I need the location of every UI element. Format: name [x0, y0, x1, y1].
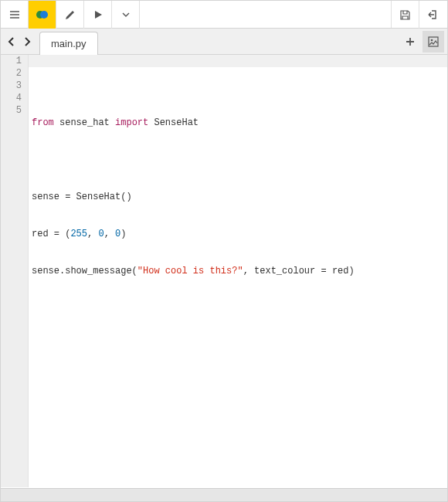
menu-button[interactable]	[1, 1, 29, 29]
status-bar	[1, 488, 447, 501]
save-icon	[399, 9, 411, 21]
file-tab-label: main.py	[51, 38, 87, 49]
code-token: ,	[104, 229, 115, 239]
code-line	[32, 154, 447, 166]
chevron-down-icon	[122, 11, 130, 19]
chevron-right-icon	[22, 36, 32, 47]
code-line: sense.show_message("How cool is this?", …	[32, 265, 447, 277]
code-token: sense.show_message(	[32, 266, 137, 276]
code-token: "How cool is this?"	[137, 266, 243, 276]
project-button[interactable]	[29, 1, 56, 29]
save-button[interactable]	[392, 1, 419, 29]
code-token: ,	[87, 229, 98, 239]
new-tab-button[interactable]	[399, 31, 421, 53]
code-token: )	[120, 229, 126, 239]
pencil-icon	[64, 9, 76, 21]
tab-next-button[interactable]	[19, 31, 35, 53]
image-icon	[427, 36, 440, 48]
tab-prev-button[interactable]	[4, 31, 19, 53]
run-button[interactable]	[84, 1, 112, 29]
keys-icon	[35, 7, 50, 22]
code-token: 255	[70, 229, 87, 239]
toolbar-spacer	[140, 1, 392, 28]
code-token: red = (	[32, 229, 70, 239]
code-lines: from sense_hat import SenseHat sense = S…	[32, 92, 447, 302]
top-toolbar	[1, 1, 447, 29]
code-token: 0	[98, 229, 104, 239]
code-token: , text_colour = red)	[243, 266, 355, 276]
code-token: SenseHat	[148, 117, 199, 128]
line-gutter: 1 2 3 4 5	[1, 55, 29, 487]
line-number: 4	[1, 92, 22, 104]
file-tab[interactable]: main.py	[39, 32, 98, 55]
code-line: sense = SenseHat()	[32, 191, 447, 203]
edit-button[interactable]	[56, 1, 84, 29]
code-editor[interactable]: 1 2 3 4 5 from sense_hat import SenseHat…	[1, 55, 447, 487]
plus-icon	[405, 36, 416, 47]
line-number: 1	[1, 55, 22, 67]
chevron-left-icon	[7, 36, 16, 47]
active-line-highlight	[29, 55, 447, 67]
hamburger-icon	[8, 8, 21, 21]
code-token: import	[115, 117, 148, 128]
line-number: 2	[1, 67, 22, 80]
line-number: 5	[1, 104, 22, 117]
code-token: from	[32, 117, 54, 128]
svg-point-3	[431, 39, 433, 41]
code-line: red = (255, 0, 0)	[32, 228, 447, 240]
run-dropdown-button[interactable]	[112, 1, 140, 29]
code-line: from sense_hat import SenseHat	[32, 117, 447, 129]
play-icon	[93, 9, 104, 20]
svg-point-1	[40, 11, 48, 19]
logout-button[interactable]	[419, 1, 447, 29]
line-number: 3	[1, 80, 22, 92]
code-token: sense_hat	[54, 117, 115, 128]
tabbar: main.py	[1, 29, 447, 55]
logout-icon	[427, 8, 440, 21]
image-panel-button[interactable]	[423, 31, 444, 53]
code-area[interactable]: from sense_hat import SenseHat sense = S…	[29, 55, 447, 487]
